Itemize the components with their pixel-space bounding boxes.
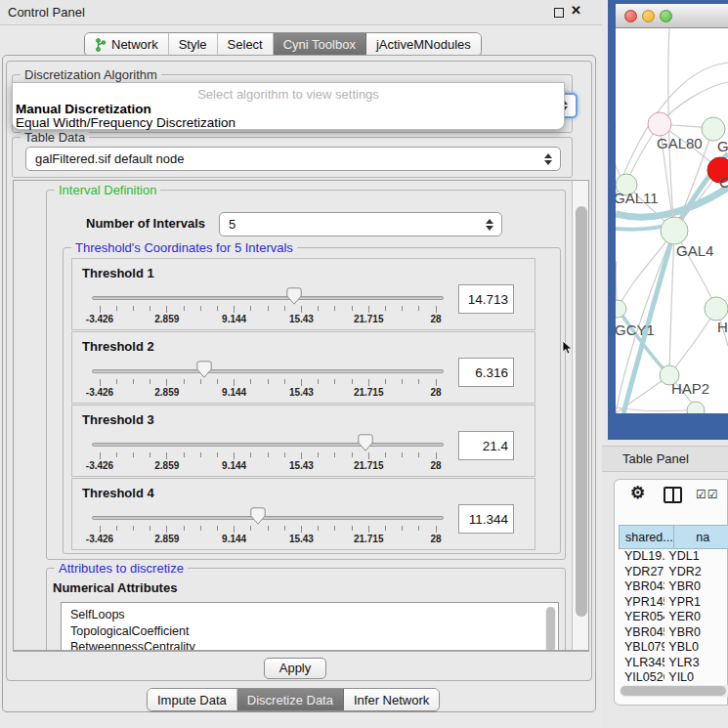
numerical-attributes-list[interactable]: SelfLoopsTopologicalCoefficientBetweenne…	[61, 602, 559, 651]
dropdown-option-manual-discretization[interactable]: Manual Discretization	[16, 102, 151, 116]
attribute-list-item[interactable]: SelfLoops	[62, 603, 558, 623]
cell-name: YBL0	[664, 640, 728, 656]
table-data-select[interactable]: galFiltered.sif default node	[25, 147, 561, 171]
scrollbar-thumb[interactable]	[546, 607, 555, 651]
tick-label: 2.859	[154, 460, 179, 471]
table-row[interactable]: YPR145WYPR1	[619, 595, 728, 611]
gear-icon[interactable]: ⚙	[630, 483, 645, 503]
mac-minimize-button[interactable]	[642, 10, 655, 22]
tab-impute-data[interactable]: Impute Data	[148, 689, 237, 710]
control-panel-tabs: Network Style Select Cyni Toolbox jActiv…	[84, 32, 482, 57]
table-row[interactable]: YBR043CYBR0	[619, 579, 728, 595]
table-row[interactable]: YER054CYER0	[619, 610, 728, 625]
attributes-group: Attributes to discretize Numerical Attri…	[46, 568, 566, 651]
apply-button[interactable]: Apply	[264, 658, 326, 679]
tab-infer-network[interactable]: Infer Network	[344, 689, 439, 710]
threshold-value-field[interactable]	[458, 284, 514, 314]
slider-tick-labels: -3.4262.8599.14415.4321.71528	[72, 460, 535, 472]
slider-thumb[interactable]	[250, 507, 266, 525]
attributes-list-scrollbar[interactable]	[545, 607, 556, 651]
node-attribute-table[interactable]: shared... na YDL19...YDL1YDR27...YDR2YBR…	[619, 525, 728, 691]
slider-thumb[interactable]	[196, 361, 212, 378]
mac-close-button[interactable]	[624, 10, 637, 22]
apply-row: Apply	[13, 651, 589, 681]
tab-jactivemnodules[interactable]: jActiveMNodules	[366, 33, 481, 56]
node-label-hap2: HAP2	[671, 380, 709, 397]
slider-track[interactable]	[92, 443, 444, 447]
node-label-gcy1: GCY1	[616, 321, 655, 338]
table-data-selected-value: galFiltered.sif default node	[35, 151, 184, 166]
slider-track[interactable]	[92, 296, 444, 300]
tab-network[interactable]: Network	[85, 33, 169, 56]
mouse-cursor	[562, 340, 573, 355]
tab-discretize-data[interactable]: Discretize Data	[237, 689, 344, 710]
tick-label: -3.426	[86, 314, 113, 324]
number-of-intervals-select[interactable]: 5	[219, 212, 502, 236]
node-gal80[interactable]	[648, 112, 671, 136]
tab-cyni-toolbox[interactable]: Cyni Toolbox	[274, 33, 366, 56]
scrollbar-thumb[interactable]	[621, 686, 726, 696]
node-bottom[interactable]	[687, 402, 705, 413]
number-of-intervals-label: Number of Intervals	[86, 216, 205, 231]
cell-name: YDL1	[664, 549, 728, 565]
table-horizontal-scrollbar[interactable]	[620, 685, 728, 697]
attribute-list-item[interactable]: TopologicalCoefficient	[62, 623, 558, 640]
threshold-card-3: Threshold 3-3.4262.8599.14415.4321.71528	[71, 405, 535, 477]
attribute-list-item[interactable]: BetweennessCentrality	[62, 639, 558, 651]
threshold-value-field[interactable]	[458, 504, 514, 534]
scrollbar-thumb[interactable]	[576, 206, 587, 617]
number-of-intervals-value: 5	[229, 217, 236, 232]
network-window-titlebar[interactable]	[616, 4, 728, 28]
tick-label: 21.715	[354, 387, 384, 398]
threshold-label: Threshold 1	[82, 266, 154, 280]
tick-label: -3.426	[86, 387, 113, 398]
table-row[interactable]: YLR345WYLR3	[619, 656, 728, 671]
tick-label: 28	[430, 314, 441, 324]
table-row[interactable]: YBL079WYBL0	[619, 640, 728, 656]
tick-label: 15.43	[289, 314, 314, 324]
table-row[interactable]: YIL052CYIL0	[619, 670, 728, 686]
tick-label: 2.859	[154, 534, 179, 544]
tick-label: 9.144	[222, 534, 246, 544]
cell-shared-name: YBL079W	[619, 640, 664, 656]
cell-shared-name: YLR345W	[619, 656, 664, 671]
slider-thumb[interactable]	[286, 287, 302, 305]
slider-tick-labels: -3.4262.8599.14415.4321.71528	[72, 387, 535, 399]
node-gal4[interactable]	[661, 217, 688, 244]
cell-shared-name: YBR043C	[619, 579, 664, 595]
network-canvas[interactable]: GAL80 GA GAL11 GAL4 GCY1 H HAP2 C	[616, 28, 728, 413]
checkboxes-icon[interactable]: ☑☑	[696, 488, 719, 501]
column-header-shared-name[interactable]: shared...	[619, 525, 674, 549]
slider-track[interactable]	[92, 516, 444, 520]
tick-label: 15.43	[289, 460, 314, 471]
table-row[interactable]: YDL19...YDL1	[619, 549, 728, 565]
tab-cyni-toolbox-label: Cyni Toolbox	[283, 37, 356, 52]
node-gcy1[interactable]	[616, 300, 626, 318]
tab-style[interactable]: Style	[169, 33, 218, 56]
mac-zoom-button[interactable]	[660, 10, 672, 22]
slider-track[interactable]	[92, 369, 444, 373]
tick-label: 28	[430, 534, 441, 544]
threshold-card-4: Threshold 4-3.4262.8599.14415.4321.71528	[71, 478, 535, 550]
column-header-name[interactable]: na	[674, 525, 728, 549]
cell-name: YDR2	[664, 565, 728, 580]
tab-select[interactable]: Select	[218, 33, 274, 56]
network-nodes[interactable]	[616, 112, 728, 413]
threshold-value-field[interactable]	[458, 431, 514, 460]
dropdown-option-equal-width-frequency[interactable]: Equal Width/Frequency Discretization	[16, 115, 236, 130]
node-right-h[interactable]	[705, 297, 728, 321]
threshold-value-field[interactable]	[458, 358, 514, 387]
slider-thumb[interactable]	[358, 434, 373, 451]
settings-scrollbar[interactable]	[572, 181, 589, 650]
table-data-group-title: Table Data	[21, 130, 89, 145]
interval-definition-title: Interval Definition	[55, 183, 160, 197]
tab-select-label: Select	[228, 37, 263, 52]
node-label-partial-h: H	[717, 319, 728, 335]
algorithm-group-title: Discretization Algorithm	[21, 67, 161, 82]
close-icon[interactable]: ✕	[571, 3, 581, 18]
cell-name: YBR0	[664, 579, 728, 595]
table-row[interactable]: YDR27...YDR2	[619, 565, 728, 580]
float-window-icon[interactable]	[554, 8, 564, 18]
columns-icon[interactable]	[664, 487, 682, 503]
table-row[interactable]: YBR045CYBR0	[619, 625, 728, 641]
